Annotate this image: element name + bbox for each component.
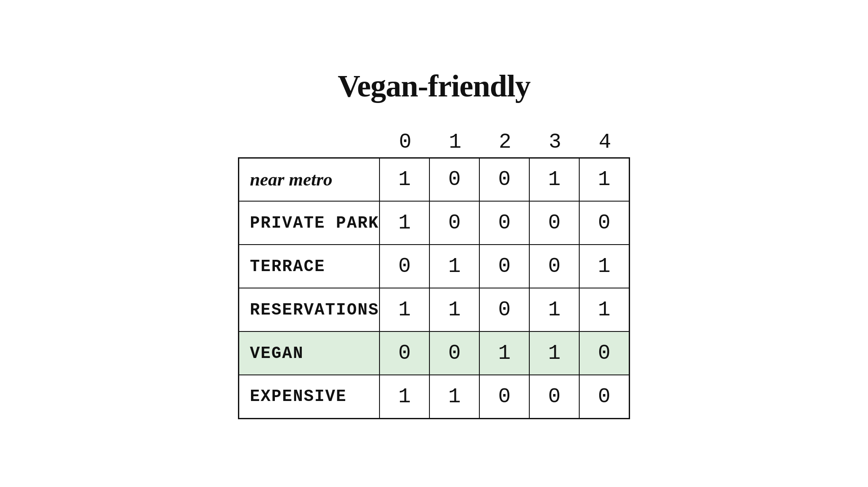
cell-2-1: 1 bbox=[429, 245, 479, 288]
col-header-4: 4 bbox=[580, 130, 630, 157]
cell-4-2: 1 bbox=[479, 331, 529, 375]
cell-3-4: 1 bbox=[579, 288, 629, 331]
row-label-3: RESERVATIONS bbox=[239, 288, 380, 331]
cell-0-2: 0 bbox=[479, 158, 529, 201]
col-header-0: 0 bbox=[380, 130, 430, 157]
table-wrapper: 01234 near metro10011PRIVATE PARK10000TE… bbox=[238, 130, 630, 419]
cell-1-4: 0 bbox=[579, 201, 629, 245]
row-label-4: VEGAN bbox=[239, 331, 380, 375]
row-label-0: near metro bbox=[239, 158, 380, 201]
cell-1-0: 1 bbox=[380, 201, 429, 245]
cell-3-2: 0 bbox=[479, 288, 529, 331]
cell-3-0: 1 bbox=[380, 288, 429, 331]
cell-4-0: 0 bbox=[380, 331, 429, 375]
data-table: near metro10011PRIVATE PARK10000TERRACE0… bbox=[238, 157, 630, 419]
cell-0-3: 1 bbox=[529, 158, 579, 201]
table-row-1: PRIVATE PARK10000 bbox=[239, 201, 629, 245]
col-header-3: 3 bbox=[530, 130, 580, 157]
cell-1-1: 0 bbox=[429, 201, 479, 245]
cell-1-3: 0 bbox=[529, 201, 579, 245]
cell-0-4: 1 bbox=[579, 158, 629, 201]
cell-3-3: 1 bbox=[529, 288, 579, 331]
row-label-5: EXPENSIVE bbox=[239, 375, 380, 418]
cell-2-4: 1 bbox=[579, 245, 629, 288]
table-row-3: RESERVATIONS11011 bbox=[239, 288, 629, 331]
cell-5-0: 1 bbox=[380, 375, 429, 418]
table-row-0: near metro10011 bbox=[239, 158, 629, 201]
table-row-2: TERRACE01001 bbox=[239, 245, 629, 288]
cell-5-1: 1 bbox=[429, 375, 479, 418]
cell-1-2: 0 bbox=[479, 201, 529, 245]
cell-5-2: 0 bbox=[479, 375, 529, 418]
col-headers: 01234 bbox=[246, 130, 630, 157]
row-label-2: TERRACE bbox=[239, 245, 380, 288]
page-title: Vegan-friendly bbox=[338, 68, 530, 104]
cell-0-1: 0 bbox=[429, 158, 479, 201]
cell-3-1: 1 bbox=[429, 288, 479, 331]
cell-2-3: 0 bbox=[529, 245, 579, 288]
cell-2-0: 0 bbox=[380, 245, 429, 288]
cell-5-4: 0 bbox=[579, 375, 629, 418]
cell-4-1: 0 bbox=[429, 331, 479, 375]
table-row-5: EXPENSIVE11000 bbox=[239, 375, 629, 418]
cell-5-3: 0 bbox=[529, 375, 579, 418]
cell-4-4: 0 bbox=[579, 331, 629, 375]
col-header-1: 1 bbox=[430, 130, 480, 157]
table-row-4: VEGAN00110 bbox=[239, 331, 629, 375]
cell-0-0: 1 bbox=[380, 158, 429, 201]
row-label-1: PRIVATE PARK bbox=[239, 201, 380, 245]
cell-4-3: 1 bbox=[529, 331, 579, 375]
cell-2-2: 0 bbox=[479, 245, 529, 288]
col-header-2: 2 bbox=[480, 130, 530, 157]
